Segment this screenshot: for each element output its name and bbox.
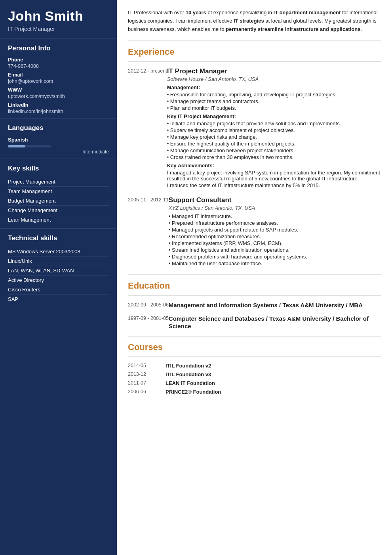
linkedin-field: LinkedIn linkedin.com/in/johnsmith (8, 102, 109, 114)
section-divider (128, 295, 381, 296)
exp-achievements-text-2: I reduced the costs of IT infrastructure… (167, 182, 381, 188)
tech-skill-item: Linux/Unix (8, 256, 109, 266)
exp-subheading-achievements: Key Achievements: (167, 163, 381, 168)
tech-skill-item: LAN, WAN, WLAN, SD-WAN (8, 266, 109, 276)
skill-item: Budget Management (8, 196, 109, 206)
course-name-2: ITIL Foundation v3 (166, 371, 211, 377)
skill-item: Project Management (8, 177, 109, 187)
section-divider (128, 356, 381, 357)
education-entry-1: 2002-09 - 2005-06 Management and Informa… (128, 301, 381, 309)
exp-bullet: • Ensure the highest quality of the impl… (167, 141, 381, 147)
course-entry-1: 2014-05 ITIL Foundation v2 (128, 363, 381, 369)
exp-bullet: • Diagnosed problems with hardware and o… (169, 254, 381, 260)
course-date-1: 2014-05 (128, 363, 166, 369)
www-field: WWW uptowork.com/mycv/smith (8, 87, 109, 99)
course-date-2: 2013-12 (128, 371, 166, 377)
exp-bullet: • Recommended optimization measures. (169, 233, 381, 239)
language-level: Intermediate (8, 149, 109, 155)
email-label: E-mail (8, 72, 109, 78)
personal-info-section: Personal Info Phone 774-987-4008 E-mail … (0, 38, 117, 118)
candidate-title: IT Project Manager (8, 26, 109, 32)
exp-bullet: • Cross trained more than 30 employees i… (167, 154, 381, 160)
exp-bullet: • Implemented systems (ERP, WMS, CRM, EC… (169, 240, 381, 246)
edu-dates-2: 1997-09 - 2001-05 (128, 315, 169, 330)
skill-item: Team Management (8, 187, 109, 196)
exp-achievements-text: I managed a key project involving SAP sy… (167, 170, 381, 182)
exp-content-2: Support Consultant XYZ Logistics / San A… (169, 196, 381, 267)
linkedin-value: linkedin.com/in/johnsmith (8, 109, 109, 114)
exp-job-title-1: IT Project Manager (167, 67, 381, 75)
exp-company-2: XYZ Logistics / San Antonio, TX, USA (169, 205, 381, 211)
exp-bullet: • Manage communication between project s… (167, 147, 381, 153)
course-date-3: 2011-07 (128, 380, 166, 386)
edu-degree-2: Computer Science and Databases / Texas A… (169, 315, 381, 330)
edu-dates-1: 2002-09 - 2005-06 (128, 301, 169, 309)
sidebar: John Smith IT Project Manager Personal I… (0, 0, 117, 555)
edu-degree-1: Management and Information Systems / Tex… (169, 301, 381, 309)
edu-content-2: Computer Science and Databases / Texas A… (169, 315, 381, 330)
exp-bullet: • Maintained the user database interface… (169, 260, 381, 266)
education-section-title: Education (128, 281, 381, 291)
edu-content-1: Management and Information Systems / Tex… (169, 301, 381, 309)
section-divider (128, 61, 381, 62)
www-value: uptowork.com/mycv/smith (8, 94, 109, 99)
tech-skill-item: Cisco Routers (8, 285, 109, 295)
key-skills-section: Key skills Project Management Team Manag… (0, 159, 117, 228)
candidate-name: John Smith (8, 9, 109, 23)
exp-subheading-key-it: Key IT Project Management: (167, 113, 381, 119)
section-divider (128, 336, 381, 337)
course-name-4: PRINCE2® Foundation (166, 389, 221, 395)
tech-skill-item: SAP (8, 295, 109, 304)
phone-value: 774-987-4008 (8, 63, 109, 69)
languages-title: Languages (8, 124, 109, 132)
technical-skills-section: Technical skills MS Windows Server 2003/… (0, 228, 117, 308)
sidebar-header: John Smith IT Project Manager (0, 0, 117, 38)
courses-section-title: Courses (128, 342, 381, 352)
exp-bullet: • Streamlined logistics and administrati… (169, 247, 381, 253)
exp-dates-1: 2012-12 - present (128, 67, 167, 189)
exp-company-1: Software House / San Antonio, TX, USA (167, 76, 381, 82)
linkedin-label: LinkedIn (8, 102, 109, 108)
key-skills-title: Key skills (8, 165, 109, 172)
language-bar-background (8, 145, 51, 147)
main-content: IT Professional with over 10 years of ex… (117, 0, 392, 555)
course-name-3: LEAN IT Foundation (166, 380, 215, 386)
personal-info-title: Personal Info (8, 44, 109, 52)
exp-content-1: IT Project Manager Software House / San … (167, 67, 381, 189)
summary-text: IT Professional with over 10 years of ex… (128, 9, 381, 33)
course-entry-4: 2006-06 PRINCE2® Foundation (128, 389, 381, 395)
course-date-4: 2006-06 (128, 389, 166, 395)
language-item-spanish: Spanish Intermediate (8, 137, 109, 155)
exp-bullet: • Supervise timely accomplishment of pro… (167, 127, 381, 133)
resume-container: John Smith IT Project Manager Personal I… (0, 0, 392, 555)
exp-bullet: • Manage project teams and contractors. (167, 98, 381, 104)
email-value: john@uptowork.com (8, 78, 109, 84)
course-entry-2: 2013-12 ITIL Foundation v3 (128, 371, 381, 377)
tech-skill-item: Active Directory (8, 276, 109, 285)
exp-subheading-management: Management: (167, 84, 381, 90)
skill-item: Change Management (8, 206, 109, 215)
exp-bullet: • Managed IT infrastructure. (169, 213, 381, 219)
course-entry-3: 2011-07 LEAN IT Foundation (128, 380, 381, 386)
course-name-1: ITIL Foundation v2 (166, 363, 211, 369)
experience-entry-2: 2005-11 - 2012-11 Support Consultant XYZ… (128, 196, 381, 267)
languages-section: Languages Spanish Intermediate (0, 118, 117, 159)
skill-item: Lean Management (8, 215, 109, 224)
email-field: E-mail john@uptowork.com (8, 72, 109, 84)
experience-entry-1: 2012-12 - present IT Project Manager Sof… (128, 67, 381, 189)
www-label: WWW (8, 87, 109, 93)
education-entry-2: 1997-09 - 2001-05 Computer Science and D… (128, 315, 381, 330)
exp-bullet: • Plan and monitor IT budgets. (167, 105, 381, 111)
exp-bullet: • Responsible for creating, improving, a… (167, 92, 381, 98)
tech-skill-item: MS Windows Server 2003/2008 (8, 247, 109, 256)
exp-bullet: • Managed projects and support related t… (169, 227, 381, 233)
exp-bullet: • Manage key project risks and change. (167, 134, 381, 140)
exp-dates-2: 2005-11 - 2012-11 (128, 196, 169, 267)
exp-bullet: • Prepared infrastructure performance an… (169, 220, 381, 226)
section-divider (128, 274, 381, 275)
phone-field: Phone 774-987-4008 (8, 57, 109, 69)
section-divider (128, 40, 381, 41)
technical-skills-title: Technical skills (8, 234, 109, 242)
experience-section-title: Experience (128, 47, 381, 57)
language-bar-fill (8, 145, 25, 147)
